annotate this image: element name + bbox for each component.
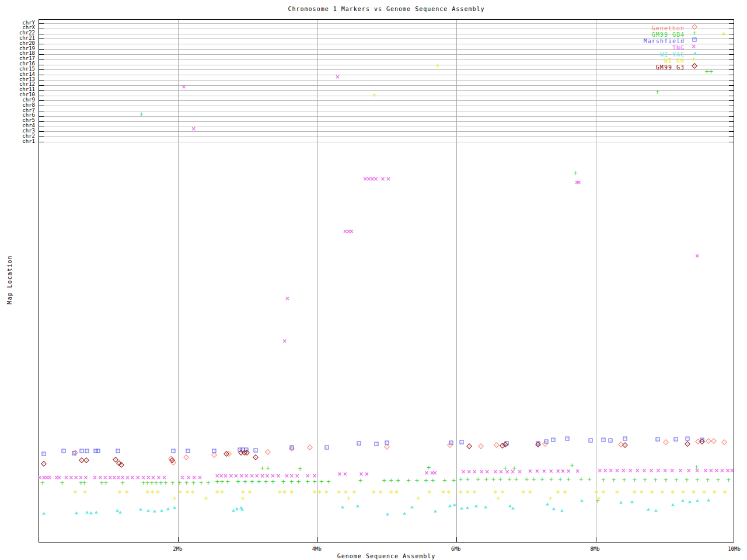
y-tick-right — [729, 111, 734, 111]
point-tng: × — [603, 467, 608, 474]
point-wi-rh: * — [82, 488, 87, 498]
point-marshfield — [85, 449, 89, 453]
point-wi-rh: * — [712, 488, 717, 498]
point-wi-rh: * — [240, 495, 245, 504]
point-gm99-gb4: + — [498, 475, 502, 484]
point-gm99-gb4: + — [442, 477, 446, 485]
point-tng: × — [285, 295, 289, 302]
point-tng: × — [74, 474, 78, 481]
point-tng: × — [493, 468, 498, 475]
point-tng: × — [83, 474, 88, 481]
point-genethon — [721, 439, 727, 445]
gridline-2mb — [178, 20, 179, 542]
point-gm99-gb4: + — [653, 476, 657, 484]
point-wi-rh: * — [337, 488, 341, 498]
point-wi-rh: * — [172, 495, 177, 504]
point-marshfield — [212, 449, 217, 453]
point-wi-rh: * — [156, 488, 160, 498]
point-gm99-gb4: + — [484, 475, 488, 484]
point-gm99-gb4: + — [266, 464, 270, 473]
point-wi-yac — [511, 507, 515, 510]
gridline-chr11 — [39, 90, 734, 91]
point-tng: × — [125, 474, 130, 481]
legend-row-genethon: Genethon — [570, 25, 734, 32]
point-tng: × — [511, 468, 515, 475]
legend-label-genethon: Genethon — [652, 25, 685, 32]
point-wi-yac — [166, 508, 170, 510]
point-wi-rh: * — [190, 488, 195, 498]
point-wi-rh: * — [472, 488, 477, 498]
point-wi-yac — [671, 503, 675, 506]
y-tick-left — [39, 44, 44, 44]
point-wi-yac — [630, 501, 634, 503]
point-wi-yac — [42, 512, 46, 515]
point-wi-rh: * — [650, 488, 654, 498]
point-wi-yac — [386, 513, 389, 516]
legend-label-wi-rh: WI RH — [664, 58, 685, 64]
point-marshfield — [551, 438, 555, 442]
point-tng: × — [686, 467, 691, 474]
point-gm99-gb4: + — [452, 477, 456, 485]
point-gm99-gb4: + — [206, 479, 210, 487]
plot-area: ++++++++++++++++++++++++++++++++++++++++… — [39, 19, 734, 542]
y-tick-left — [39, 90, 44, 91]
point-tng: × — [180, 474, 184, 481]
point-genethon — [478, 443, 484, 449]
point-tng: × — [505, 468, 509, 475]
point-marshfield — [673, 438, 678, 442]
point-gm99-g3 — [83, 457, 89, 463]
point-gm99-gb4: + — [431, 477, 435, 485]
point-tng: × — [57, 474, 61, 481]
point-gm99-gb4: + — [685, 476, 689, 484]
point-wi-yac — [460, 507, 463, 510]
point-gm99-gb4: + — [459, 475, 463, 484]
point-gm99-gb4: + — [298, 465, 302, 473]
point-marshfield — [544, 440, 548, 444]
point-wi-rh: * — [701, 488, 706, 498]
point-tng: × — [621, 467, 626, 474]
point-wi-yac — [173, 506, 176, 509]
y-tick-left — [39, 121, 44, 122]
point-wi-rh: * — [277, 488, 282, 498]
point-tng: × — [349, 228, 354, 235]
point-gm99-gb4: + — [727, 476, 731, 484]
point-tng: × — [254, 473, 259, 479]
point-wi-yac — [474, 505, 478, 508]
y-tick-left — [39, 111, 44, 111]
point-wi-rh: * — [247, 488, 252, 498]
point-wi-rh: * — [378, 488, 383, 498]
point-wi-rh: * — [435, 62, 440, 71]
point-tng: × — [98, 474, 103, 481]
point-wi-rh: * — [352, 488, 357, 498]
point-gm99-gb4: + — [260, 464, 264, 473]
point-gm99-gb4: + — [655, 88, 659, 96]
point-wi-rh: * — [124, 488, 129, 498]
point-tng: × — [223, 473, 228, 479]
y-tick-left — [39, 80, 44, 80]
point-wi-rh: * — [632, 488, 637, 498]
y-tick-left — [39, 75, 44, 75]
point-gm99-gb4: + — [566, 475, 570, 484]
y-tick-right — [729, 90, 734, 91]
point-wi-rh: * — [615, 488, 619, 498]
point-gm99-gb4: + — [558, 475, 562, 484]
point-wi-yac — [410, 506, 414, 509]
gridline-chr14 — [39, 75, 734, 75]
point-gm99-gb4: + — [396, 477, 400, 485]
point-genethon — [663, 439, 669, 445]
y-tick-left — [39, 127, 44, 127]
point-wi-rh: * — [178, 488, 183, 498]
point-tng: × — [282, 338, 287, 344]
point-tng: × — [694, 253, 699, 259]
point-wi-rh: * — [446, 488, 451, 498]
point-tng: × — [708, 467, 713, 474]
point-tng: × — [260, 473, 264, 479]
point-wi-yac — [403, 512, 406, 515]
point-tng: × — [556, 468, 560, 474]
point-marshfield — [601, 438, 605, 442]
legend-marker-gm99-gb4: + — [692, 29, 696, 37]
point-gm99-gb4: + — [601, 476, 605, 484]
y-tick-left — [39, 29, 44, 29]
point-gm99-gb4: + — [476, 475, 480, 484]
point-tng: × — [181, 83, 186, 90]
